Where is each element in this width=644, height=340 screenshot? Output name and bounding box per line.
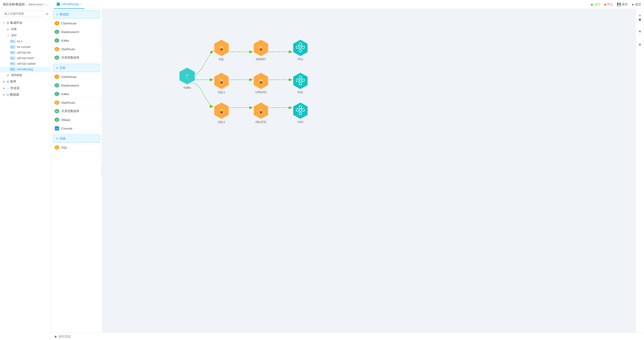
panel-item-rdb-src[interactable]: RDB 关系型数据库	[51, 54, 102, 62]
run-log-label: 运行日志	[58, 334, 70, 338]
sql-transform-label: SQL	[61, 146, 67, 149]
sidebar-item-templates[interactable]: ▶ 通用模板	[0, 72, 51, 78]
rts-badge: Rts	[10, 62, 15, 65]
run-label: 运行	[594, 2, 600, 7]
tree-group-programs-header[interactable]: ▶ ⚙ 程序	[0, 78, 51, 85]
panel-item-sql-transform[interactable]: SQL SQL	[51, 143, 102, 152]
svg-text:ES: ES	[56, 85, 58, 86]
tree-group-integration-header[interactable]: ▼ ⚙ 集成作业	[0, 20, 51, 26]
rdb-src-icon: RDB	[54, 55, 60, 60]
svg-text:SR: SR	[56, 102, 58, 103]
svg-marker-36	[214, 103, 229, 119]
panel-section-target-header[interactable]: ▼ 目标	[53, 64, 100, 72]
tree-group-workflows-header[interactable]: ▶ ↔ 作业流	[0, 85, 51, 91]
panel-item-clickhouse-tgt[interactable]: CH ClickHouse	[51, 73, 102, 81]
svg-text:HB: HB	[56, 119, 58, 121]
sidebar-item-rts-console[interactable]: Rts rts-console	[0, 44, 51, 50]
collapse-icon-realtime[interactable]: ▼	[6, 34, 10, 37]
panel-item-hbase-tgt[interactable]: HB HBase	[51, 116, 102, 124]
flow-node-insert[interactable]: SQL ⬛ INSERT	[253, 39, 269, 61]
rdb-tgt-label: 关系型数据库	[61, 109, 80, 113]
sidebar-item-udf-k2p-del[interactable]: Rts udf-k2p-del	[0, 50, 51, 55]
canvas[interactable]: ⬡ ⬡ Kafka SQL ⬛ SQL SQL ⬛	[102, 9, 636, 332]
sidebar-title-label: 项目名称/数据层：	[3, 3, 28, 6]
flow-node-pg3[interactable]: PG3	[292, 102, 308, 124]
flow-node-delete[interactable]: SQL ⬛ DELETE	[253, 102, 269, 124]
rts-badge: Rts	[10, 46, 15, 48]
rdb-src-label: 关系型数据库	[61, 56, 80, 60]
sidebar-item-udf-kafka2pg[interactable]: Rts udf-kafka2pg	[0, 67, 51, 72]
sidebar-item-batch[interactable]: ▶ 批量	[0, 26, 51, 32]
panel-section-transform-header[interactable]: ▼ 转换	[53, 134, 100, 143]
flow-node-pg1[interactable]: PG1	[292, 39, 308, 61]
collapse-icon-integration[interactable]: ▼	[2, 21, 6, 25]
run-log-icon: ▶	[55, 335, 57, 338]
svg-marker-66	[293, 103, 308, 119]
pg3-node-label: PG3	[298, 120, 303, 124]
sidebar-item-rts-1[interactable]: Rts rts-1	[0, 39, 51, 44]
udf-k2p-update-label: udf-k2p-update	[17, 62, 36, 65]
search-input[interactable]	[2, 11, 44, 17]
collapse-icon-batch[interactable]: ▶	[6, 28, 10, 31]
content-area: ▼ 数据源 CH ClickHouse	[51, 9, 644, 332]
run-button[interactable]: ▶ 运行	[591, 2, 600, 7]
panel-item-kafka-src[interactable]: K Kafka	[51, 36, 102, 45]
rts-badge: Rts	[10, 40, 15, 43]
panel-item-elasticsearch-src[interactable]: ES Elasticsearch	[51, 28, 102, 36]
starrocks-src-label: StarRocks	[61, 47, 75, 51]
source-section-label: 数据源	[60, 12, 69, 17]
right-panel-draft[interactable]: 草稿	[636, 37, 644, 47]
svg-text:⬛: ⬛	[220, 81, 223, 83]
flow-node-sql2[interactable]: SQL ⬛ SQL2	[214, 102, 229, 124]
tab-bar: udf-kafka2pg × ▶ 运行 ■ 停止 💾 保存 ➤ 提交	[51, 0, 644, 9]
collapse-icon-workflows[interactable]: ▶	[2, 87, 6, 90]
collapse-icon-programs[interactable]: ▶	[2, 80, 6, 83]
run-icon: ▶	[591, 3, 594, 6]
component-panel: ▼ 数据源 CH ClickHouse	[51, 9, 102, 332]
config-icon: ⚙	[639, 14, 641, 17]
panel-item-console-tgt[interactable]: Cos Console	[51, 124, 102, 133]
svg-text:SQL: SQL	[220, 79, 224, 81]
tab-udf-kafka2pg[interactable]: udf-kafka2pg ×	[54, 0, 84, 9]
sql-node-label: SQL	[219, 58, 224, 61]
run-log-bar[interactable]: ▶ 运行日志	[51, 332, 644, 340]
svg-text:RDB: RDB	[56, 111, 58, 112]
right-panel-config[interactable]: ⚙ 通用配置	[636, 11, 644, 20]
datasources-icon: ⛁	[6, 93, 9, 96]
integration-label: 集成作业	[10, 21, 22, 25]
right-panel-version[interactable]: 版本	[636, 24, 644, 33]
panel-item-starrocks-tgt[interactable]: SR StarRocks	[51, 98, 102, 107]
panel-item-elasticsearch-tgt[interactable]: ES Elasticsearch	[51, 81, 102, 90]
save-button[interactable]: 💾 保存	[617, 2, 628, 7]
toolbar: ▶ 运行 ■ 停止 💾 保存 ➤ 提交	[591, 2, 641, 7]
batch-label: 批量	[11, 27, 17, 31]
panel-item-starrocks-src[interactable]: SR StarRocks	[51, 45, 102, 54]
flow-node-sql[interactable]: SQL ⬛ SQL	[214, 39, 229, 61]
flow-node-kafka[interactable]: ⬡ ⬡ Kafka	[179, 67, 196, 89]
stop-button[interactable]: ■ 停止	[604, 2, 613, 7]
panel-item-clickhouse-src[interactable]: CH ClickHouse	[51, 19, 102, 28]
flow-node-pg2[interactable]: PG2	[292, 72, 308, 94]
sql-transform-icon: SQL	[54, 145, 60, 150]
flow-node-sql1[interactable]: SQL ⬛ SQL1	[214, 72, 229, 94]
save-label: 保存	[622, 2, 628, 7]
right-panel-divider-2	[637, 35, 643, 35]
tab-close-button[interactable]: ×	[80, 3, 82, 6]
collapse-icon-datasources[interactable]: ▶	[2, 93, 6, 96]
workflows-icon: ↔	[6, 87, 10, 90]
panel-item-kafka-tgt[interactable]: K Kafka	[51, 90, 102, 98]
submit-button[interactable]: ➤ 提交	[632, 2, 641, 7]
save-icon: 💾	[617, 3, 621, 6]
panel-item-rdb-tgt[interactable]: RDB 关系型数据库	[51, 107, 102, 116]
main-area: udf-kafka2pg × ▶ 运行 ■ 停止 💾 保存 ➤ 提交	[51, 0, 644, 340]
sidebar-item-udf-k2p-insert[interactable]: Rts udf-k2p-insert	[0, 55, 51, 61]
collapse-icon-templates[interactable]: ▶	[6, 74, 10, 77]
elasticsearch-tgt-label: Elasticsearch	[61, 84, 79, 87]
sidebar-item-realtime[interactable]: ▼ 实时	[0, 32, 51, 39]
tree-group-datasources-header[interactable]: ▶ ⛁ 数据源	[0, 91, 51, 98]
flow-node-update[interactable]: SQL ⬛ UPDATE	[253, 72, 269, 94]
svg-text:SQL: SQL	[56, 147, 58, 148]
sidebar-item-udf-k2p-update[interactable]: Rts udf-k2p-update	[0, 61, 51, 67]
add-icon[interactable]: ⊕	[46, 12, 48, 16]
panel-section-source-header[interactable]: ▼ 数据源	[53, 10, 100, 19]
